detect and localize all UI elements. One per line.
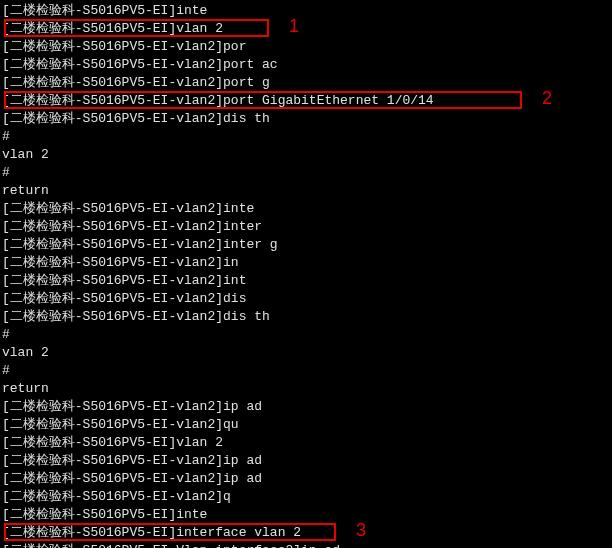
terminal-line: [二楼检验科-S5016PV5-EI-vlan2]port g xyxy=(2,74,610,92)
terminal-line: [二楼检验科-S5016PV5-EI-vlan2]port ac xyxy=(2,56,610,74)
terminal-line: [二楼检验科-S5016PV5-EI]interface vlan 2 xyxy=(2,524,610,542)
terminal-line: [二楼检验科-S5016PV5-EI]inte xyxy=(2,506,610,524)
terminal-line: [二楼检验科-S5016PV5-EI-vlan2]ip ad xyxy=(2,470,610,488)
terminal-line: [二楼检验科-S5016PV5-EI-vlan2]dis xyxy=(2,290,610,308)
terminal-line: return xyxy=(2,182,610,200)
terminal-line: [二楼检验科-S5016PV5-EI-vlan2]inte xyxy=(2,200,610,218)
terminal-line: [二楼检验科-S5016PV5-EI-vlan2]in xyxy=(2,254,610,272)
terminal-line: [二楼检验科-S5016PV5-EI]vlan 2 xyxy=(2,20,610,38)
terminal-line: # xyxy=(2,326,610,344)
terminal-line: vlan 2 xyxy=(2,146,610,164)
terminal-line: [二楼检验科-S5016PV5-EI-Vlan-interface2]ip ad xyxy=(2,542,610,548)
terminal-line: # xyxy=(2,362,610,380)
terminal-line: [二楼检验科-S5016PV5-EI]vlan 2 xyxy=(2,434,610,452)
annotation-number-3: 3 xyxy=(356,521,366,539)
terminal-line: [二楼检验科-S5016PV5-EI-vlan2]inter g xyxy=(2,236,610,254)
terminal-line: # xyxy=(2,128,610,146)
terminal-line: [二楼检验科-S5016PV5-EI-vlan2]qu xyxy=(2,416,610,434)
terminal-line: [二楼检验科-S5016PV5-EI-vlan2]ip ad xyxy=(2,452,610,470)
terminal-line: [二楼检验科-S5016PV5-EI-vlan2]dis th xyxy=(2,308,610,326)
terminal-line: [二楼检验科-S5016PV5-EI-vlan2]por xyxy=(2,38,610,56)
terminal-line: [二楼检验科-S5016PV5-EI-vlan2]ip ad xyxy=(2,398,610,416)
terminal-line: [二楼检验科-S5016PV5-EI-vlan2]port GigabitEth… xyxy=(2,92,610,110)
terminal-line: [二楼检验科-S5016PV5-EI]inte xyxy=(2,2,610,20)
terminal-line: [二楼检验科-S5016PV5-EI-vlan2]int xyxy=(2,272,610,290)
terminal-line: [二楼检验科-S5016PV5-EI-vlan2]dis th xyxy=(2,110,610,128)
terminal-line: [二楼检验科-S5016PV5-EI-vlan2]inter xyxy=(2,218,610,236)
terminal-line: # xyxy=(2,164,610,182)
terminal-line: vlan 2 xyxy=(2,344,610,362)
annotation-number-2: 2 xyxy=(542,89,552,107)
annotation-number-1: 1 xyxy=(289,17,299,35)
terminal-output[interactable]: [二楼检验科-S5016PV5-EI]inte[二楼检验科-S5016PV5-E… xyxy=(0,0,612,548)
terminal-line: [二楼检验科-S5016PV5-EI-vlan2]q xyxy=(2,488,610,506)
terminal-line: return xyxy=(2,380,610,398)
